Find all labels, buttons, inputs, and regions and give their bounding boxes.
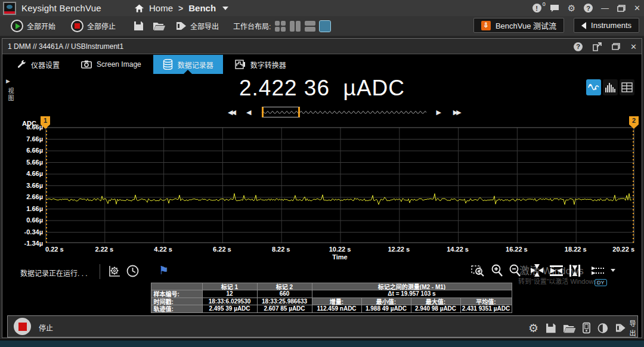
start-all-label: 全部开始 xyxy=(27,21,55,31)
delta-t: Δt = 19.957 103 s xyxy=(312,290,512,298)
close-button[interactable]: ✕ xyxy=(634,4,640,13)
fit-horizontal-button[interactable] xyxy=(549,265,564,277)
tab-digitizer[interactable]: 数字转换器 xyxy=(225,55,296,74)
y-tick-label: 1.66µ xyxy=(13,205,43,212)
logger-save-icon[interactable] xyxy=(546,323,556,334)
x-tick-label: 2.22 s xyxy=(95,246,114,253)
export-all-button[interactable]: 全部导出 xyxy=(176,21,219,31)
testflow-label: BenchVue 测试流 xyxy=(496,20,556,31)
layout-single-button[interactable] xyxy=(320,21,330,32)
x-tick-label: 14.22 s xyxy=(447,246,469,253)
app-title: Keysight BenchVue xyxy=(21,3,101,13)
popout-icon[interactable] xyxy=(593,42,602,51)
col-marker1: 标记 1 xyxy=(202,283,258,291)
export-icon xyxy=(176,21,187,30)
trace-pan-control: ◀◀ ◀ ▶ ▶▶ xyxy=(228,106,460,118)
device-icon[interactable] xyxy=(583,322,590,334)
table-view-button[interactable] xyxy=(620,79,634,95)
col-between-markers: 标记之间的测量(M2 - M1) xyxy=(312,283,512,291)
sync-circle-icon[interactable] xyxy=(597,323,608,334)
cursor-tool-dropdown-icon[interactable] xyxy=(611,269,615,272)
tab-label: 数据记录器 xyxy=(178,60,213,70)
jump-start-button[interactable]: ◀◀ xyxy=(228,109,234,116)
instruments-button[interactable]: Instruments xyxy=(574,18,639,33)
instrument-window-header[interactable]: 1 DMM // 34461A // USBInstrument1 ? ✕ xyxy=(2,39,642,54)
row-sample-label: 样本编号: xyxy=(151,290,203,298)
notifications-button[interactable]: ! 0 xyxy=(532,4,541,13)
marker-measurements-table: 标记 1 标记 2 标记之间的测量(M2 - M1) 样本编号: 12 660 … xyxy=(151,283,512,312)
alert-icon: ! xyxy=(532,4,541,13)
x-tick-label: 10.22 s xyxy=(329,246,351,253)
export-all-label: 全部导出 xyxy=(190,21,219,31)
x-tick-label: 8.22 s xyxy=(272,246,290,253)
instruments-label: Instruments xyxy=(591,21,631,30)
instrument-close-icon[interactable]: ✕ xyxy=(630,42,637,51)
add-flag-button[interactable]: ⚑ xyxy=(159,265,169,277)
logger-export-icon[interactable] xyxy=(615,323,626,333)
measurement-trace xyxy=(47,194,631,205)
sample-m2: 660 xyxy=(257,290,312,298)
help-icon[interactable]: ? xyxy=(584,4,593,13)
layout-columns-button[interactable] xyxy=(290,21,301,32)
trend-chart-view-button[interactable] xyxy=(586,79,601,95)
nav-home[interactable]: Home xyxy=(149,3,173,13)
histogram-view-button[interactable] xyxy=(603,79,618,95)
step-back-button[interactable]: ◀ xyxy=(246,109,251,116)
workspace-layout-label: 工作台布局: xyxy=(233,21,271,31)
instrument-help-icon[interactable]: ? xyxy=(574,42,583,51)
timestamp-m2: 18:33:25.986633 xyxy=(257,298,312,306)
trend-plot-area[interactable] xyxy=(45,127,636,244)
tab-screen-image[interactable]: Screen Image xyxy=(72,55,151,74)
y-tick-label: 3.66µ xyxy=(13,182,43,189)
camera-icon xyxy=(81,60,92,69)
layout-rows-button[interactable] xyxy=(305,21,315,32)
row-timestamp-label: 时间戳: xyxy=(151,298,203,306)
taskbar-strip xyxy=(0,339,644,347)
stop-logging-button[interactable] xyxy=(14,318,31,335)
chart-settings-button[interactable] xyxy=(108,265,121,278)
fit-all-button[interactable] xyxy=(530,264,544,277)
stop-all-label: 全部停止 xyxy=(87,21,116,31)
logger-open-icon[interactable] xyxy=(564,323,575,333)
wrench-icon xyxy=(17,60,26,69)
y-tick-label: 6.66µ xyxy=(13,147,43,154)
logger-bottom-actions: ⚙ 导出 xyxy=(528,318,642,337)
marker-cursor-tool-button[interactable] xyxy=(591,265,604,276)
bench-dropdown-icon[interactable] xyxy=(222,7,228,10)
tab-data-logger[interactable]: 数据记录器 xyxy=(153,55,223,74)
tab-instrument-settings[interactable]: 仪器设置 xyxy=(7,55,69,74)
trace-overview-strip[interactable] xyxy=(261,107,426,117)
x-axis-title: Time xyxy=(332,253,347,261)
settings-gear-icon[interactable]: ⚙ xyxy=(568,3,575,14)
step-forward-button[interactable]: ▶ xyxy=(436,109,441,116)
zoom-in-button[interactable] xyxy=(491,264,503,277)
save-button[interactable] xyxy=(134,21,144,31)
instrument-window-title: 1 DMM // 34461A // USBInstrument1 xyxy=(8,42,123,51)
zoom-out-button[interactable] xyxy=(509,264,521,277)
start-all-button[interactable]: 全部开始 xyxy=(11,20,55,32)
testflow-button[interactable]: ⇩ BenchVue 测试流 xyxy=(473,18,564,33)
zoom-region-button[interactable] xyxy=(471,264,485,277)
row-trace-label: 轨迹值: xyxy=(151,305,203,313)
tab-label: 数字转换器 xyxy=(250,60,286,70)
overview-selection-box[interactable] xyxy=(262,107,300,117)
x-tick-label: 20.22 s xyxy=(612,246,634,253)
nav-bench[interactable]: Bench xyxy=(188,3,216,13)
logger-settings-gear-icon[interactable]: ⚙ xyxy=(528,321,538,335)
stop-all-button[interactable]: 全部停止 xyxy=(71,20,116,32)
open-folder-button[interactable] xyxy=(153,21,165,30)
database-icon xyxy=(163,59,173,70)
logger-status-row: 数据记录正在运行. . . ⚑ xyxy=(2,262,642,280)
feedback-icon[interactable] xyxy=(550,4,559,13)
layout-grid-button[interactable] xyxy=(275,21,286,32)
instrument-restore-icon[interactable] xyxy=(612,43,620,50)
benchvue-app: Keysight BenchVue Home > Bench ! 0 ⚙ ? —… xyxy=(0,0,644,347)
restore-button[interactable] xyxy=(617,5,626,12)
jump-end-button[interactable]: ▶▶ xyxy=(453,109,460,116)
benchvue-logo-icon xyxy=(3,2,16,15)
timing-clock-button[interactable] xyxy=(126,265,139,277)
y-tick-label: 8.66µ xyxy=(13,123,43,131)
x-tick-label: 6.22 s xyxy=(213,246,231,253)
minimize-button[interactable]: — xyxy=(601,4,609,13)
fit-vertical-button[interactable] xyxy=(569,264,581,277)
